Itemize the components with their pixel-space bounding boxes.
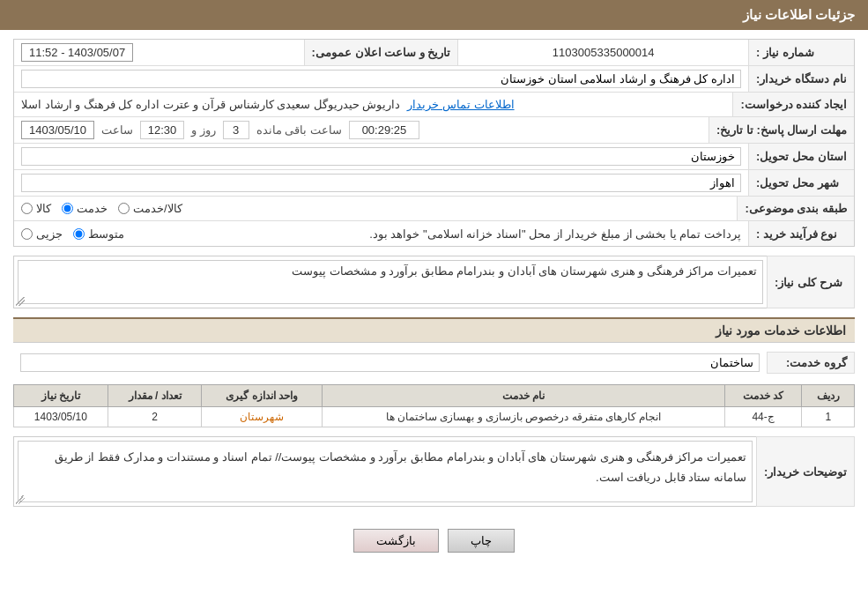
btn-back[interactable]: بازگشت [353,529,439,553]
row-shahr: شهر محل تحویل: [14,170,854,197]
label-noeFarayand: نوع فرآیند خرید : [748,221,854,246]
mohlat-date: 1403/05/10 [21,121,94,139]
row-ostan: استان محل تحویل: [14,144,854,170]
main-info-section: شماره نیاز : 1103005335000014 تاریخ و سا… [13,39,855,247]
baghimande-value: 00:29:25 [349,121,419,139]
col-vahed: واحد اندازه گیری [202,385,323,407]
radio-kala-khedmat[interactable]: کالا/خدمت [118,202,182,215]
value-groheKhedmat [13,350,767,375]
label-ostan: استان محل تحویل: [748,144,854,169]
value-ijadKanande: اطلاعات تماس خریدار داریوش حیدریوگل سعید… [14,93,732,116]
label-shahr: شهر محل تحویل: [748,170,854,196]
value-mohlat: 00:29:25 ساعت باقی مانده 3 روز و 12:30 س… [14,117,708,143]
radio-kala[interactable]: کالا [21,202,51,215]
value-shomareNiaz: 1103005335000014 [458,40,748,65]
col-kodKhedmat: کد خدمت [724,385,802,407]
cell-radif: 1 [802,407,855,427]
footer-buttons: چاپ بازگشت [13,520,855,561]
row-ijadKanande: ایجاد کننده درخواست: اطلاعات تماس خریدار… [14,93,854,117]
mohlat-datetime: 00:29:25 ساعت باقی مانده 3 روز و 12:30 س… [21,121,701,139]
toshihat-text: تعمیرات مراکز فرهنگی و هنری شهرستان های … [18,441,753,502]
cell-kodKhedmat: ج-44 [724,407,802,427]
row-tabaqe: طبقه بندی موضوعی: کالا/خدمت خدمت کالا [14,197,854,221]
label-ijadKanande: ایجاد کننده درخواست: [732,93,854,116]
row-mohlat: مهلت ارسال پاسخ: تا تاریخ: 00:29:25 ساعت… [14,117,854,144]
label-roz: روز و [191,123,216,137]
noeFarayand-text: پرداخت تمام یا بخشی از مبلغ خریدار از مح… [128,227,741,241]
table-header-row: ردیف کد خدمت نام خدمت واحد اندازه گیری ت… [14,385,855,407]
label-tarikh: تاریخ و ساعت اعلان عمومی: [304,40,459,65]
label-baghimande: ساعت باقی مانده [256,123,342,137]
radio-motavasset[interactable]: متوسط [73,227,124,241]
link-ettelaat-tamas[interactable]: اطلاعات تماس خریدار [407,98,514,111]
vahed-text: شهرستان [240,411,284,423]
tabaqe-radio-group: کالا/خدمت خدمت کالا [21,202,182,215]
saat-value: 12:30 [140,121,184,139]
cell-tarikh: 1403/05/10 [14,407,108,427]
radio-khedmat[interactable]: خدمت [62,202,108,215]
cell-tedad: 2 [108,407,202,427]
value-noeFarayand: پرداخت تمام یا بخشی از مبلغ خریدار از مح… [14,221,748,246]
tarikh-date-box: 1403/05/07 - 11:52 [21,43,133,62]
page-title: جزئیات اطلاعات نیاز [743,7,855,22]
ostan-input [21,147,741,166]
value-toshihat: تعمیرات مراکز فرهنگی و هنری شهرستان های … [13,436,756,507]
value-namDastgah [14,66,748,92]
value-ostan [14,144,748,169]
ettelaat-section-title: اطلاعات خدمات مورد نیاز [13,317,855,343]
cell-vahed: شهرستان [202,407,323,427]
grohe-row: گروه خدمت: [13,350,855,375]
shahr-input [21,174,741,192]
btn-print[interactable]: چاپ [448,529,515,553]
radio-jozii[interactable]: جزیی [21,227,63,241]
col-namKhedmat: نام خدمت [323,385,725,407]
label-groheKhedmat: گروه خدمت: [767,352,855,374]
farayand-radio-group: متوسط جزیی [21,227,124,241]
cell-namKhedmat: انجام کارهای متفرقه درخصوص بازسازی و بهس… [323,407,725,427]
label-namDastgah: نام دستگاه خریدار: [748,66,854,92]
resize-handle-toshihat [16,495,25,504]
services-table: ردیف کد خدمت نام خدمت واحد اندازه گیری ت… [13,384,855,427]
row-namDastgah: نام دستگاه خریدار: [14,66,854,93]
sharhKoli-text: تعمیرات مراکز فرهنگی و هنری شهرستان های … [18,260,763,304]
ijadKanande-text: داریوش حیدریوگل سعیدی کارشناس قرآن و عتر… [21,98,400,111]
value-tabaqe: کالا/خدمت خدمت کالا [14,197,737,220]
roz-value: 3 [223,121,249,139]
value-shahr [14,170,748,196]
table-row: 1 ج-44 انجام کارهای متفرقه درخصوص بازساز… [14,407,855,427]
row-shomareNiaz: شماره نیاز : 1103005335000014 تاریخ و سا… [14,40,854,66]
label-tabaqe: طبقه بندی موضوعی: [737,197,854,220]
namDastgah-input [21,70,741,88]
sharh-row: شرح کلی نیاز: تعمیرات مراکز فرهنگی و هنر… [13,256,855,308]
col-tarikh: تاریخ نیاز [14,385,108,407]
label-saat: ساعت [101,123,133,137]
row-noeFarayand: نوع فرآیند خرید : پرداخت تمام یا بخشی از… [14,221,854,246]
groheKhedmat-input [20,353,760,372]
resize-handle-sharh [16,297,25,306]
label-sharhKoli: شرح کلی نیاز: [767,256,855,308]
page-header: جزئیات اطلاعات نیاز [0,0,868,30]
col-radif: ردیف [802,385,855,407]
value-tarikh: 1403/05/07 - 11:52 [14,40,304,65]
label-toshihat: توضیحات خریدار: [756,436,855,507]
label-shomareNiaz: شماره نیاز : [748,40,854,65]
col-tedad: تعداد / مقدار [108,385,202,407]
value-sharhKoli: تعمیرات مراکز فرهنگی و هنری شهرستان های … [13,256,767,308]
toshihat-row: توضیحات خریدار: تعمیرات مراکز فرهنگی و ه… [13,436,855,507]
label-mohlat: مهلت ارسال پاسخ: تا تاریخ: [708,117,854,143]
shomareNiaz-text: 1103005335000014 [553,46,655,59]
